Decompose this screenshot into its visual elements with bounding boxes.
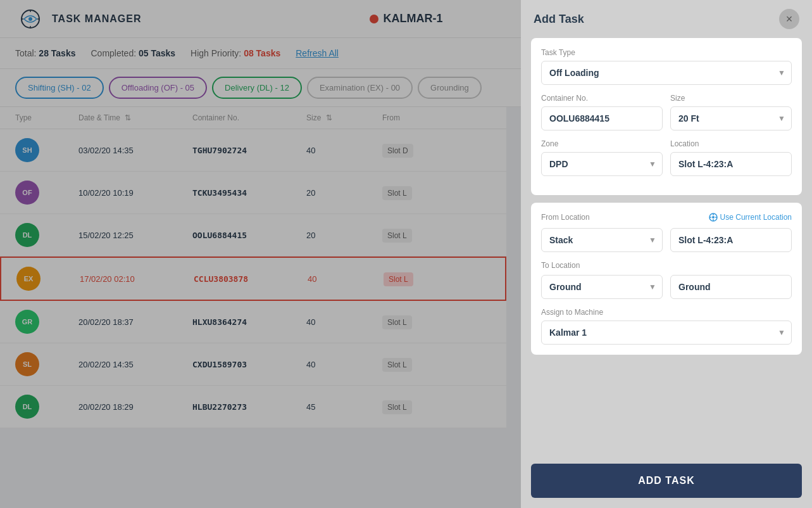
assign-machine-select[interactable]: Kalmar 1 Kalmar 2 Kalmar 3	[541, 321, 792, 345]
size-select[interactable]: 20 Ft 40 Ft 45 Ft	[670, 106, 792, 130]
use-current-label: Use Current Location	[720, 213, 792, 222]
to-slot-group	[670, 275, 792, 299]
panel-body: Task Type Off Loading Shifting Delivery …	[521, 38, 812, 454]
to-slot-input[interactable]	[670, 275, 792, 299]
zone-label: Zone	[541, 139, 663, 148]
from-location-section: From Location Use Current Location	[531, 203, 802, 355]
location-icon	[709, 213, 718, 222]
panel-title: Add Task	[534, 13, 584, 26]
location-label: Location	[670, 139, 792, 148]
assign-machine-wrapper: Kalmar 1 Kalmar 2 Kalmar 3 ▼	[541, 321, 792, 345]
from-location-header: From Location Use Current Location	[541, 213, 792, 222]
location-group: Location	[670, 139, 792, 176]
size-select-wrapper: 20 Ft 40 Ft 45 Ft ▼	[670, 106, 792, 130]
assign-label: Assign to Machine	[541, 308, 792, 317]
to-type-wrapper: Ground Stack Yard ▼	[541, 275, 663, 299]
size-label: Size	[670, 94, 792, 103]
from-slot-group	[670, 228, 792, 252]
add-task-panel: Add Task × Task Type Off Loading Shiftin…	[521, 0, 812, 508]
from-type-wrapper: Stack Ground Yard ▼	[541, 228, 663, 252]
from-type-select[interactable]: Stack Ground Yard	[541, 228, 663, 252]
from-type-group: Stack Ground Yard ▼	[541, 228, 663, 252]
container-no-group: Container No.	[541, 94, 663, 130]
task-type-section: Task Type Off Loading Shifting Delivery …	[531, 38, 802, 195]
zone-select-wrapper: DPD Zone A Zone B ▼	[541, 152, 663, 176]
close-button[interactable]: ×	[779, 9, 799, 29]
zone-select[interactable]: DPD Zone A Zone B	[541, 152, 663, 176]
panel-header: Add Task ×	[521, 0, 812, 38]
to-type-group: Ground Stack Yard ▼	[541, 275, 663, 299]
from-slot-input[interactable]	[670, 228, 792, 252]
container-no-input[interactable]	[541, 106, 663, 130]
svg-point-3	[712, 216, 715, 219]
add-task-button[interactable]: ADD TASK	[531, 464, 802, 498]
panel-footer: ADD TASK	[521, 454, 812, 508]
task-type-wrapper: Off Loading Shifting Delivery Examinatio…	[541, 61, 792, 85]
task-type-select[interactable]: Off Loading Shifting Delivery Examinatio…	[541, 61, 792, 85]
from-location-label: From Location	[541, 213, 590, 222]
size-group: Size 20 Ft 40 Ft 45 Ft ▼	[670, 94, 792, 130]
container-no-label: Container No.	[541, 94, 663, 103]
to-location-label: To Location	[541, 261, 792, 270]
use-current-location-button[interactable]: Use Current Location	[709, 213, 792, 222]
task-type-label: Task Type	[541, 48, 792, 57]
zone-group: Zone DPD Zone A Zone B ▼	[541, 139, 663, 176]
to-type-select[interactable]: Ground Stack Yard	[541, 275, 663, 299]
location-input[interactable]	[670, 152, 792, 176]
